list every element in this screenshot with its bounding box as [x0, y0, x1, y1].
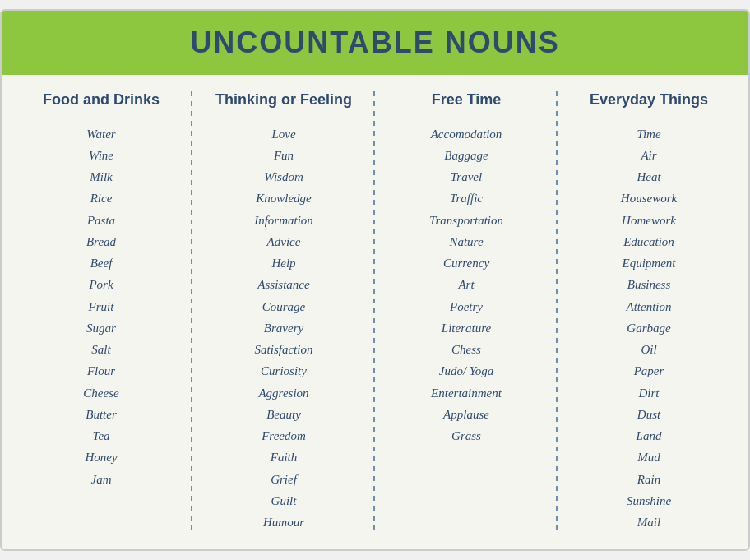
list-item: Baggage: [383, 145, 549, 166]
column-3: Everyday ThingsTimeAirHeatHouseworkHomew…: [558, 91, 740, 534]
list-item: Heat: [566, 166, 732, 187]
list-item: Flour: [18, 360, 184, 382]
list-item: Humour: [201, 511, 367, 533]
list-item: Oil: [566, 339, 732, 360]
list-item: Beef: [18, 252, 184, 274]
list-item: Literature: [383, 317, 549, 339]
list-item: Housework: [566, 187, 732, 209]
list-item: Currency: [383, 252, 549, 274]
list-item: Salt: [18, 339, 184, 360]
page-header: UNCOUNTABLE NOUNS: [2, 11, 748, 75]
list-item: Curiosity: [201, 360, 367, 382]
list-item: Courage: [201, 296, 367, 317]
main-card: UNCOUNTABLE NOUNS Food and DrinksWaterWi…: [0, 9, 750, 552]
list-item: Pork: [18, 274, 184, 295]
list-item: Mail: [566, 511, 732, 533]
word-list-2: AccomodationBaggageTravelTrafficTranspor…: [383, 123, 549, 447]
list-item: Grief: [201, 469, 367, 490]
list-item: Air: [566, 145, 732, 166]
list-item: Grass: [383, 425, 549, 447]
list-item: Rice: [18, 187, 184, 209]
list-item: Guilt: [201, 490, 367, 511]
column-1: Thinking or FeelingLoveFunWisdomKnowledg…: [192, 91, 375, 534]
word-list-3: TimeAirHeatHouseworkHomeworkEducationEqu…: [566, 123, 732, 534]
word-list-1: LoveFunWisdomKnowledgeInformationAdviceH…: [201, 123, 367, 534]
list-item: Mud: [566, 447, 732, 468]
list-item: Accomodation: [383, 123, 549, 145]
list-item: Faith: [201, 447, 367, 468]
list-item: Paper: [566, 360, 732, 382]
list-item: Attention: [566, 296, 732, 317]
list-item: Butter: [18, 404, 184, 425]
column-header-0: Food and Drinks: [18, 91, 184, 109]
list-item: Travel: [383, 166, 549, 187]
list-item: Sugar: [18, 317, 184, 339]
list-item: Education: [566, 231, 732, 252]
list-item: Help: [201, 252, 367, 274]
list-item: Judo/ Yoga: [383, 360, 549, 382]
column-header-2: Free Time: [383, 91, 549, 109]
list-item: Beauty: [201, 404, 367, 425]
list-item: Pasta: [18, 210, 184, 231]
list-item: Homework: [566, 210, 732, 231]
column-2: Free TimeAccomodationBaggageTravelTraffi…: [375, 91, 558, 534]
column-header-1: Thinking or Feeling: [201, 91, 367, 109]
list-item: Water: [18, 123, 184, 145]
list-item: Art: [383, 274, 549, 295]
list-item: Bravery: [201, 317, 367, 339]
list-item: Satisfaction: [201, 339, 367, 360]
list-item: Wisdom: [201, 166, 367, 187]
list-item: Dust: [566, 404, 732, 425]
list-item: Nature: [383, 231, 549, 252]
list-item: Applause: [383, 404, 549, 425]
content-area: Food and DrinksWaterWineMilkRicePastaBre…: [2, 75, 748, 550]
list-item: Assistance: [201, 274, 367, 295]
list-item: Dirt: [566, 382, 732, 404]
list-item: Information: [201, 210, 367, 231]
page-title: UNCOUNTABLE NOUNS: [18, 25, 732, 60]
list-item: Love: [201, 123, 367, 145]
list-item: Sunshine: [566, 490, 732, 511]
word-list-0: WaterWineMilkRicePastaBreadBeefPorkFruit…: [18, 123, 184, 490]
column-0: Food and DrinksWaterWineMilkRicePastaBre…: [10, 91, 192, 534]
list-item: Fun: [201, 145, 367, 166]
list-item: Entertainment: [383, 382, 549, 404]
list-item: Business: [566, 274, 732, 295]
list-item: Equipment: [566, 252, 732, 274]
list-item: Garbage: [566, 317, 732, 339]
list-item: Jam: [18, 469, 184, 490]
list-item: Tea: [18, 425, 184, 447]
list-item: Milk: [18, 166, 184, 187]
list-item: Aggresion: [201, 382, 367, 404]
list-item: Traffic: [383, 187, 549, 209]
list-item: Poetry: [383, 296, 549, 317]
list-item: Knowledge: [201, 187, 367, 209]
list-item: Land: [566, 425, 732, 447]
list-item: Wine: [18, 145, 184, 166]
list-item: Rain: [566, 469, 732, 490]
list-item: Advice: [201, 231, 367, 252]
list-item: Transportation: [383, 210, 549, 231]
list-item: Fruit: [18, 296, 184, 317]
list-item: Honey: [18, 447, 184, 468]
list-item: Chess: [383, 339, 549, 360]
list-item: Bread: [18, 231, 184, 252]
list-item: Time: [566, 123, 732, 145]
column-header-3: Everyday Things: [566, 91, 732, 109]
list-item: Freedom: [201, 425, 367, 447]
list-item: Cheese: [18, 382, 184, 404]
